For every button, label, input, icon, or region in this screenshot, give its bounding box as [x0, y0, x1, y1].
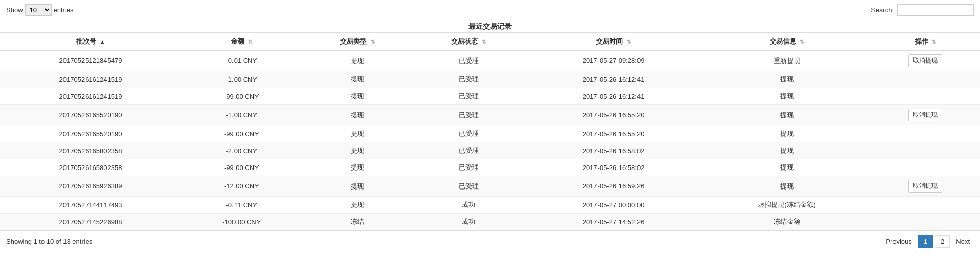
cell-time: 2017-05-26 16:55:20	[524, 125, 703, 142]
entries-label: entries	[54, 6, 74, 14]
col-info[interactable]: 交易信息 ⇅	[702, 33, 871, 51]
search-box: Search:	[871, 4, 974, 16]
next-button[interactable]: Next	[952, 236, 974, 247]
sort-icon-amount: ⇅	[248, 39, 252, 45]
table-row: 20170526165802358-99.00 CNY提现已受理2017-05-…	[0, 159, 980, 176]
table-row: 20170526161241519-1.00 CNY提现已受理2017-05-2…	[0, 71, 980, 88]
cancel-button[interactable]: 取消提现	[908, 109, 942, 121]
cell-type: 提现	[302, 176, 413, 197]
cell-status: 已受理	[413, 71, 524, 88]
previous-button[interactable]: Previous	[882, 236, 916, 247]
cell-amount: -0.11 CNY	[181, 197, 302, 214]
cell-type: 提现	[302, 71, 413, 88]
cell-action	[871, 159, 980, 176]
showing-text: Showing 1 to 10 of 13 entries	[6, 238, 92, 245]
col-type[interactable]: 交易类型 ⇅	[302, 33, 413, 51]
bottom-controls: Showing 1 to 10 of 13 entries Previous 1…	[0, 230, 980, 252]
cell-status: 成功	[413, 197, 524, 214]
table-header-row: 批次号 ▲ 金额 ⇅ 交易类型 ⇅ 交易状态 ⇅ 交易时间 ⇅ 交易信息 ⇅	[0, 33, 980, 51]
table-row: 20170526165520190-99.00 CNY提现已受理2017-05-…	[0, 125, 980, 142]
cell-amount: -0.01 CNY	[181, 51, 302, 71]
table-row: 20170526161241519-99.00 CNY提现已受理2017-05-…	[0, 88, 980, 105]
cell-amount: -2.00 CNY	[181, 142, 302, 159]
cell-status: 已受理	[413, 105, 524, 125]
cell-time: 2017-05-26 16:55:20	[524, 105, 703, 125]
cancel-button[interactable]: 取消提现	[908, 54, 942, 67]
cell-type: 提现	[302, 142, 413, 159]
cell-status: 已受理	[413, 51, 524, 71]
cell-type: 提现	[302, 159, 413, 176]
pagination: Previous 1 2 Next	[882, 235, 974, 248]
cell-time: 2017-05-27 09:28:09	[524, 51, 703, 71]
show-label: Show	[6, 6, 23, 14]
cell-time: 2017-05-26 16:58:02	[524, 142, 703, 159]
cancel-button[interactable]: 取消提现	[908, 180, 942, 193]
cell-batch: 20170526165926389	[0, 176, 181, 197]
cell-action	[871, 197, 980, 214]
cell-info: 提现	[702, 105, 871, 125]
table-row: 20170527145226988-100.00 CNY冻结成功2017-05-…	[0, 214, 980, 230]
cell-amount: -99.00 CNY	[181, 159, 302, 176]
cell-batch: 20170525121845479	[0, 51, 181, 71]
table-row: 20170527144117493-0.11 CNY提现成功2017-05-27…	[0, 197, 980, 214]
cell-info: 提现	[702, 71, 871, 88]
cell-type: 提现	[302, 125, 413, 142]
col-time[interactable]: 交易时间 ⇅	[524, 33, 703, 51]
cell-amount: -1.00 CNY	[181, 105, 302, 125]
cell-batch: 20170526165802358	[0, 159, 181, 176]
search-label: Search:	[871, 6, 894, 14]
cell-time: 2017-05-26 16:59:26	[524, 176, 703, 197]
cell-info: 提现	[702, 88, 871, 105]
entries-select[interactable]: 10 25 50 100	[25, 4, 52, 16]
cell-info: 提现	[702, 159, 871, 176]
cell-type: 提现	[302, 51, 413, 71]
sort-icon-info: ⇅	[800, 39, 804, 45]
cell-amount: -99.00 CNY	[181, 125, 302, 142]
cell-amount: -100.00 CNY	[181, 214, 302, 230]
cell-time: 2017-05-26 16:12:41	[524, 88, 703, 105]
cell-amount: -99.00 CNY	[181, 88, 302, 105]
table-row: 20170526165802358-2.00 CNY提现已受理2017-05-2…	[0, 142, 980, 159]
sort-icon-action: ⇅	[932, 39, 936, 45]
page-2-button[interactable]: 2	[935, 235, 950, 248]
table-row: 20170525121845479-0.01 CNY提现已受理2017-05-2…	[0, 51, 980, 71]
col-action[interactable]: 操作 ⇅	[871, 33, 980, 51]
cell-batch: 20170526161241519	[0, 71, 181, 88]
cell-type: 提现	[302, 197, 413, 214]
col-status[interactable]: 交易状态 ⇅	[413, 33, 524, 51]
sort-icon-batch: ▲	[100, 39, 105, 45]
cell-info: 提现	[702, 176, 871, 197]
cell-status: 已受理	[413, 88, 524, 105]
cell-info: 虚拟提现(冻结金额)	[702, 197, 871, 214]
cell-batch: 20170526165520190	[0, 125, 181, 142]
cell-action: 取消提现	[871, 105, 980, 125]
col-batch[interactable]: 批次号 ▲	[0, 33, 181, 51]
cell-info: 提现	[702, 142, 871, 159]
cell-type: 冻结	[302, 214, 413, 230]
page-1-button[interactable]: 1	[918, 235, 933, 248]
cell-time: 2017-05-27 14:52:26	[524, 214, 703, 230]
cell-batch: 20170527145226988	[0, 214, 181, 230]
search-input[interactable]	[897, 4, 974, 16]
cell-info: 重新提现	[702, 51, 871, 71]
cell-batch: 20170526161241519	[0, 88, 181, 105]
table-title: 最近交易记录	[0, 20, 980, 32]
transactions-table: 批次号 ▲ 金额 ⇅ 交易类型 ⇅ 交易状态 ⇅ 交易时间 ⇅ 交易信息 ⇅	[0, 32, 980, 230]
sort-icon-status: ⇅	[482, 39, 486, 45]
sort-icon-type: ⇅	[371, 39, 375, 45]
sort-icon-time: ⇅	[627, 39, 631, 45]
cell-amount: -12.00 CNY	[181, 176, 302, 197]
cell-time: 2017-05-26 16:12:41	[524, 71, 703, 88]
cell-action	[871, 88, 980, 105]
cell-action	[871, 125, 980, 142]
cell-status: 成功	[413, 214, 524, 230]
table-row: 20170526165520190-1.00 CNY提现已受理2017-05-2…	[0, 105, 980, 125]
table-row: 20170526165926389-12.00 CNY提现已受理2017-05-…	[0, 176, 980, 197]
cell-status: 已受理	[413, 176, 524, 197]
cell-batch: 20170526165520190	[0, 105, 181, 125]
cell-status: 已受理	[413, 125, 524, 142]
col-amount[interactable]: 金额 ⇅	[181, 33, 302, 51]
cell-info: 冻结金额	[702, 214, 871, 230]
cell-action	[871, 71, 980, 88]
cell-batch: 20170527144117493	[0, 197, 181, 214]
